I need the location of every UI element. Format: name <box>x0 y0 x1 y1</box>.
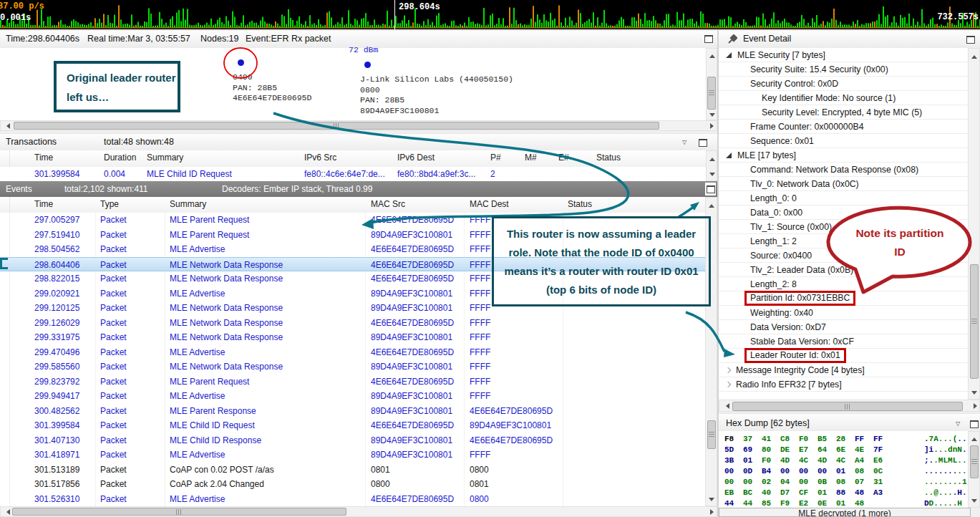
expanded-icon[interactable] <box>726 52 732 58</box>
hex-byte[interactable]: EB <box>724 488 734 498</box>
detail-item[interactable]: Message Integrity Code [4 bytes] <box>719 363 968 377</box>
detail-vscrollbar[interactable] <box>968 48 980 400</box>
hex-byte[interactable]: 00 <box>780 466 790 477</box>
hex-dump-body[interactable]: F83741C8F0B528FFFF.7A...(..5D6980DEE7646… <box>719 431 968 508</box>
hex-byte[interactable]: E7 <box>799 445 808 455</box>
detail-item[interactable]: Tlv_0: Network Data (0x0C) <box>719 177 968 191</box>
hex-byte[interactable]: 00 <box>724 477 734 488</box>
scroll-right-icon[interactable] <box>710 509 717 515</box>
dropdown-icon[interactable]: ▽ <box>682 139 687 145</box>
hex-byte[interactable]: 4D <box>818 455 827 466</box>
scroll-down-icon[interactable] <box>709 113 715 120</box>
map-vscroll-thumb[interactable] <box>707 77 716 110</box>
column-header-Summary[interactable]: Summary <box>170 199 206 209</box>
restore-button[interactable] <box>705 183 716 195</box>
hex-byte[interactable]: 37 <box>743 434 752 445</box>
hex-byte[interactable]: 48 <box>855 488 864 498</box>
hex-byte[interactable]: F8 <box>724 434 734 445</box>
event-row[interactable]: 301.407130PacketMLE Child ID Response89D… <box>0 433 705 448</box>
column-header-Status[interactable]: Status <box>596 153 621 163</box>
column-header-IPv6 Src[interactable]: IPv6 Src <box>304 153 336 163</box>
hex-byte[interactable]: DE <box>780 445 790 455</box>
transactions-column-header[interactable]: TimeDurationSummaryIPv6 SrcIPv6 DestP#M#… <box>0 150 717 168</box>
scroll-right-icon[interactable] <box>710 123 717 129</box>
detail-item[interactable]: Leader Router Id: 0x01 <box>719 349 968 363</box>
detail-item[interactable]: Sequence: 0x01 <box>719 134 968 148</box>
hex-byte[interactable]: 01 <box>818 488 827 498</box>
hex-byte[interactable]: 01 <box>743 455 752 466</box>
restore-icon[interactable] <box>966 36 975 44</box>
hex-byte[interactable]: 0C <box>873 466 883 477</box>
transactions-body[interactable]: 301.3995840.004MLE Child ID Requestfe80:… <box>0 167 717 181</box>
hex-byte[interactable]: 5D <box>724 445 734 455</box>
hex-footer-button[interactable]: MLE decrypted (1 more) <box>719 508 971 517</box>
hex-byte[interactable]: E2 <box>799 498 808 508</box>
events-hscroll-thumb[interactable] <box>12 508 346 516</box>
expanded-icon[interactable] <box>726 153 732 158</box>
column-header-MAC Src[interactable]: MAC Src <box>371 199 405 209</box>
scroll-up-icon[interactable] <box>709 52 715 58</box>
hex-byte[interactable]: F0 <box>799 434 808 445</box>
collapsed-icon[interactable] <box>725 381 731 387</box>
events-column-header[interactable]: TimeTypeSummaryMAC SrcMAC DestStatus <box>0 197 717 213</box>
events-vscroll-thumb[interactable] <box>707 420 716 449</box>
hex-byte[interactable]: BC <box>743 488 752 498</box>
column-header-MAC Dest[interactable]: MAC Dest <box>470 199 509 209</box>
detail-item[interactable]: Data Version: 0xD7 <box>719 320 968 334</box>
node-dot-0400[interactable] <box>238 59 244 66</box>
collapsed-icon[interactable] <box>725 367 731 372</box>
scroll-left-icon[interactable] <box>723 403 729 409</box>
scroll-up-icon[interactable] <box>971 52 977 59</box>
event-row[interactable]: 299.126029PacketMLE Network Data Respons… <box>0 316 705 331</box>
detail-item[interactable]: Length_2: 8 <box>719 277 968 291</box>
hex-byte[interactable]: 4C <box>836 455 845 466</box>
event-row[interactable]: 299.585560PacketMLE Network Data Respons… <box>0 359 705 375</box>
hex-byte[interactable]: 6E <box>836 445 845 455</box>
hex-byte[interactable]: 02 <box>762 477 771 488</box>
hex-byte[interactable]: 40 <box>762 488 771 498</box>
detail-item[interactable]: Security Level: Encrypted, 4 byte MIC (5… <box>719 105 968 120</box>
restore-icon[interactable] <box>704 35 713 43</box>
hex-byte[interactable]: 85 <box>762 498 771 508</box>
column-header-P#[interactable]: P# <box>490 153 501 163</box>
hex-byte[interactable]: 08 <box>855 466 864 477</box>
hex-byte[interactable]: F9 <box>780 498 790 508</box>
pin-icon[interactable] <box>727 34 737 44</box>
hex-byte[interactable]: 08 <box>836 477 845 488</box>
event-row[interactable]: 301.399584PacketMLE Child ID Request4E6E… <box>0 418 705 433</box>
map-hscroll-thumb[interactable] <box>14 122 659 130</box>
scroll-up-icon[interactable] <box>709 155 715 161</box>
event-row[interactable]: 299.470496PacketMLE Advertise4E6E64E7DE8… <box>0 345 705 360</box>
transaction-row[interactable]: 301.3995840.004MLE Child ID Requestfe80:… <box>0 167 705 181</box>
column-header-IPv6 Dest[interactable]: IPv6 Dest <box>397 153 435 163</box>
scroll-down-icon[interactable] <box>971 391 977 397</box>
hex-byte[interactable]: 04 <box>780 477 790 488</box>
detail-item[interactable]: Weighting: 0x40 <box>719 306 968 320</box>
hex-byte[interactable]: FF <box>855 434 864 445</box>
hex-byte[interactable]: 48 <box>855 498 864 508</box>
hex-byte[interactable]: 69 <box>743 445 752 455</box>
hex-byte[interactable]: 00 <box>799 466 808 477</box>
hex-byte[interactable]: 0E <box>818 498 827 508</box>
hex-byte[interactable]: 28 <box>836 434 845 445</box>
column-header-Time[interactable]: Time <box>34 199 53 209</box>
hex-byte[interactable]: 00 <box>818 466 827 477</box>
detail-item[interactable]: Security Control: 0x0D <box>719 77 968 91</box>
detail-item[interactable]: Length_0: 0 <box>719 191 968 206</box>
hex-byte[interactable]: 44 <box>743 498 752 508</box>
detail-item[interactable]: Command: Network Data Response (0x08) <box>719 163 968 177</box>
hex-byte[interactable]: 01 <box>836 498 845 508</box>
hex-byte[interactable]: B5 <box>818 434 827 445</box>
scroll-up-icon[interactable] <box>709 201 714 208</box>
restore-icon[interactable] <box>699 139 707 147</box>
column-header-Summary[interactable]: Summary <box>147 153 183 163</box>
hex-byte[interactable]: A4 <box>855 455 864 466</box>
event-row[interactable]: 299.949417PacketMLE Advertise89D4A9EF3C1… <box>0 389 705 404</box>
transactions-vscrollbar[interactable] <box>706 150 717 181</box>
event-row[interactable]: 301.517856PacketCoAP ack 2.04 Changed080… <box>0 477 705 492</box>
map-hscrollbar[interactable] <box>0 120 717 131</box>
detail-hscroll-thumb[interactable] <box>732 402 963 411</box>
column-header-Duration[interactable]: Duration <box>104 153 136 163</box>
column-header-Time[interactable]: Time <box>34 153 53 163</box>
column-header-E#[interactable]: E# <box>558 153 569 163</box>
